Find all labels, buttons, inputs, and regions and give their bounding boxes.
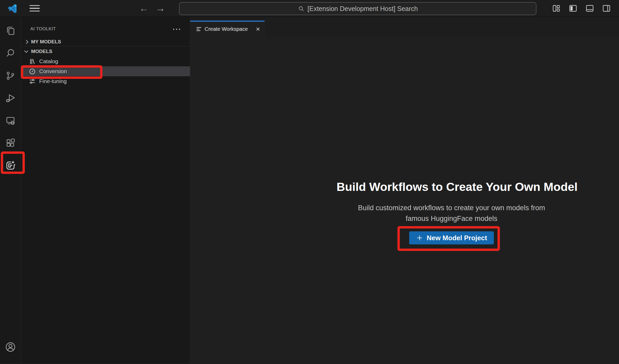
page-title: Build Workflows to Create Your Own Model (337, 180, 566, 194)
run-and-debug-icon[interactable] (0, 87, 21, 109)
sidebar-item-catalog[interactable]: Catalog (21, 56, 190, 66)
tab-create-workspace[interactable]: Create Workspace ✕ (190, 21, 265, 37)
extensions-icon[interactable] (0, 132, 21, 154)
forward-arrow-icon[interactable]: → (155, 3, 165, 13)
activity-bar (0, 17, 21, 363)
more-actions-icon[interactable]: ⋯ (172, 27, 181, 31)
source-control-icon[interactable] (0, 64, 21, 87)
tab-label: Create Workspace (205, 26, 248, 32)
customize-layout-icon[interactable] (552, 4, 561, 13)
toggle-secondary-sidebar-icon[interactable] (602, 4, 611, 13)
search-placeholder: [Extension Development Host] Search (308, 5, 418, 13)
webview-tab-icon (196, 26, 201, 32)
sidebar-title: AI TOOLKIT (30, 26, 56, 32)
sidebar-item-fine-tuning[interactable]: Fine-tuning (21, 76, 190, 86)
sidebar-header: AI TOOLKIT ⋯ (21, 17, 190, 37)
section-my-models[interactable]: MY MODELS (21, 37, 190, 46)
menu-icon[interactable] (30, 3, 40, 13)
remote-explorer-icon[interactable] (0, 109, 21, 132)
vscode-logo-icon (6, 3, 18, 15)
gauge-icon (29, 68, 36, 75)
section-models[interactable]: MODELS (21, 46, 190, 56)
plus-icon (416, 234, 423, 242)
titlebar: ← → [Extension Development Host] Search (0, 0, 619, 17)
toggle-primary-sidebar-icon[interactable] (568, 4, 578, 13)
close-tab-icon[interactable]: ✕ (256, 26, 260, 32)
sidebar-item-label: Conversion (39, 68, 67, 74)
sliders-icon (29, 78, 36, 85)
ai-toolkit-icon[interactable] (0, 154, 21, 177)
search-view-icon[interactable] (0, 42, 21, 64)
library-icon (29, 58, 36, 65)
chevron-right-icon (24, 40, 28, 44)
toggle-panel-icon[interactable] (585, 4, 594, 13)
editor-area: Create Workspace ✕ Build Workflows to Cr… (190, 17, 619, 363)
sidebar-item-conversion[interactable]: Conversion (21, 66, 190, 76)
sidebar-item-label: Fine-tuning (39, 78, 67, 84)
tab-strip: Create Workspace ✕ (190, 17, 619, 37)
sidebar-ai-toolkit: AI TOOLKIT ⋯ MY MODELS MODELS Catalog Co… (21, 17, 190, 363)
explorer-icon[interactable] (0, 20, 21, 42)
webview-content: Build Workflows to Create Your Own Model… (190, 37, 619, 363)
command-center-search[interactable]: [Extension Development Host] Search (179, 2, 536, 15)
page-subtitle: Build customized workflows to create you… (337, 203, 566, 224)
chevron-down-icon (24, 49, 28, 53)
account-icon[interactable] (0, 336, 21, 358)
back-arrow-icon[interactable]: ← (139, 3, 149, 13)
section-label: MY MODELS (31, 39, 61, 45)
sidebar-item-label: Catalog (39, 58, 58, 64)
search-icon (298, 5, 305, 12)
new-model-project-button[interactable]: New Model Project (409, 231, 494, 244)
section-label: MODELS (31, 49, 52, 54)
